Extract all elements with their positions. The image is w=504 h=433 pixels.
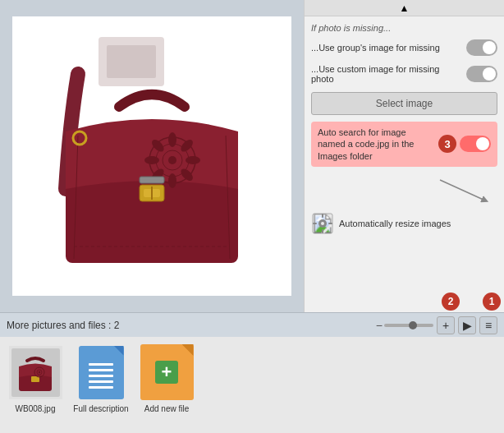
- file-thumb-document: [72, 343, 130, 401]
- files-row: WB008.jpg Full description: [0, 337, 504, 420]
- svg-point-17: [144, 156, 159, 164]
- auto-search-toggle[interactable]: [460, 136, 491, 152]
- slider-thumb[interactable]: [409, 321, 417, 329]
- slider-track[interactable]: [384, 324, 433, 327]
- image-preview-area: [0, 0, 304, 312]
- doc-lines: [89, 363, 113, 389]
- thumbnail-bag-svg: [9, 346, 62, 399]
- top-section: ▲ If photo is missing... ...Use group's …: [0, 0, 504, 312]
- minus-icon[interactable]: −: [376, 319, 383, 332]
- file-name-document: Full description: [73, 404, 128, 413]
- main-image: [12, 16, 291, 296]
- main-container: ▲ If photo is missing... ...Use group's …: [0, 0, 504, 433]
- file-item-add[interactable]: + Add new file: [138, 343, 195, 413]
- svg-point-10: [168, 156, 176, 164]
- use-custom-image-toggle[interactable]: [466, 66, 497, 82]
- menu-button[interactable]: ≡: [479, 316, 497, 334]
- select-image-button[interactable]: Select image: [311, 92, 497, 115]
- use-group-image-row: ...Use group's image for missing: [311, 39, 497, 56]
- bottom-toolbar: More pictures and files : 2 2 1 − + ▶ ≡: [0, 312, 504, 337]
- bag-svg: [21, 25, 283, 288]
- right-panel: ▲ If photo is missing... ...Use group's …: [304, 0, 504, 312]
- svg-line-24: [440, 180, 485, 200]
- if-photo-missing-label: If photo is missing...: [311, 23, 497, 33]
- svg-point-38: [38, 371, 39, 372]
- doc-line-4: [89, 380, 113, 383]
- svg-rect-30: [313, 223, 317, 224]
- toolbar-right: − + ▶ ≡: [376, 316, 497, 334]
- add-button[interactable]: +: [437, 316, 455, 334]
- resize-images-row: Automatically resize images: [311, 212, 497, 235]
- svg-rect-28: [322, 214, 323, 218]
- svg-rect-2: [107, 45, 156, 78]
- svg-point-11: [168, 132, 176, 147]
- file-name-add: Add new file: [144, 404, 189, 413]
- panel-content: If photo is missing... ...Use group's im…: [305, 16, 504, 312]
- resize-images-label: Automatically resize images: [339, 219, 497, 228]
- badge-2: 2: [442, 293, 460, 311]
- svg-rect-29: [322, 229, 323, 233]
- auto-search-label: Auto search for image named a code.jpg i…: [318, 127, 438, 162]
- use-group-image-label: ...Use group's image for missing: [311, 43, 466, 53]
- pin-button[interactable]: ▶: [458, 316, 476, 334]
- auto-search-row: Auto search for image named a code.jpg i…: [311, 122, 497, 167]
- svg-point-13: [186, 156, 200, 164]
- svg-point-15: [168, 173, 176, 188]
- badge-1: 1: [483, 293, 501, 311]
- file-item-document[interactable]: Full description: [72, 343, 130, 413]
- zoom-slider[interactable]: −: [376, 319, 433, 332]
- doc-line-5: [89, 386, 113, 389]
- use-group-image-toggle[interactable]: [466, 39, 497, 56]
- more-files-label: More pictures and files : 2: [7, 320, 119, 331]
- arrow-indicator: [432, 172, 497, 205]
- svg-rect-19: [140, 177, 164, 183]
- resize-icon: [311, 212, 334, 235]
- doc-line-3: [89, 375, 113, 377]
- badge-3: 3: [438, 135, 456, 153]
- doc-line-1: [89, 363, 113, 366]
- scroll-up-button[interactable]: ▲: [305, 0, 504, 16]
- file-item-image[interactable]: WB008.jpg: [7, 343, 64, 413]
- file-thumb-image: [7, 343, 64, 401]
- svg-rect-31: [328, 223, 332, 224]
- file-name-image: WB008.jpg: [16, 404, 56, 413]
- chevron-up-icon: ▲: [400, 2, 410, 14]
- svg-point-27: [321, 222, 324, 225]
- doc-line-2: [89, 369, 113, 371]
- add-file-thumb: +: [140, 344, 194, 400]
- file-thumb-add: +: [138, 343, 195, 401]
- plus-icon: +: [155, 361, 178, 384]
- use-custom-image-row: ...Use custom image for missing photo: [311, 64, 497, 84]
- doc-icon: [79, 346, 124, 399]
- use-custom-image-label: ...Use custom image for missing photo: [311, 64, 466, 84]
- files-section: WB008.jpg Full description: [0, 337, 504, 433]
